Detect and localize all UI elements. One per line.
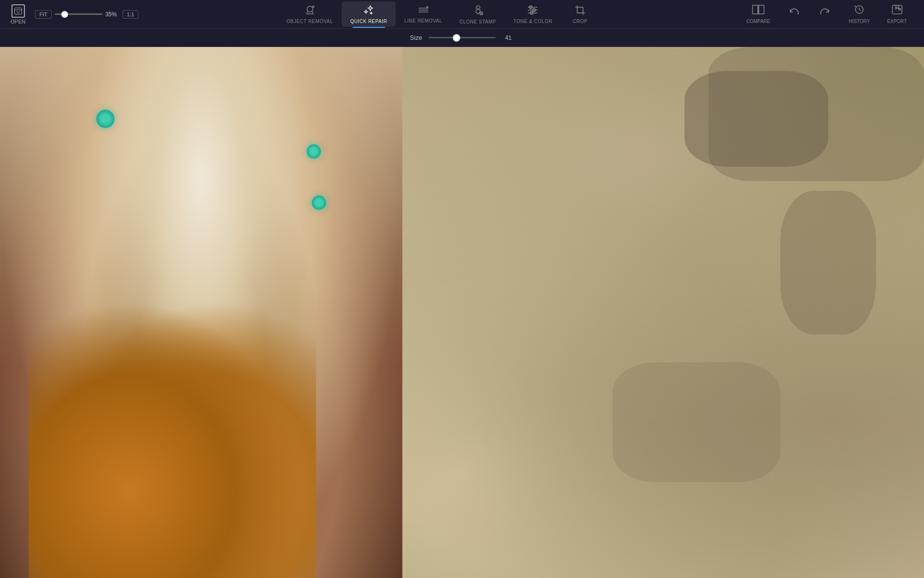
quick-repair-label: QUICK REPAIR (350, 19, 387, 24)
svg-point-18 (529, 6, 532, 9)
size-value: 41 (502, 35, 514, 41)
object-removal-icon (304, 4, 316, 17)
tone-color-icon (526, 4, 539, 17)
svg-rect-23 (753, 5, 758, 14)
export-button[interactable]: EXPORT (879, 1, 914, 27)
undo-icon (788, 8, 800, 21)
tool-clone-stamp[interactable]: CLONE STAMP (451, 1, 504, 27)
quick-repair-icon (363, 4, 375, 17)
open-label: OPEN (11, 19, 25, 24)
stone-patch-3 (780, 191, 876, 335)
tool-crop[interactable]: CROP (561, 1, 599, 27)
open-button[interactable]: OPEN (5, 4, 31, 24)
redo-icon (819, 8, 831, 21)
tool-line-removal[interactable]: LINE REMOVAL (396, 2, 451, 26)
compare-icon (752, 4, 764, 17)
zoom-100-button[interactable]: 1:1 (123, 10, 138, 19)
history-button[interactable]: HISTORY (841, 1, 878, 27)
object-removal-label: OBJECT REMOVAL (286, 19, 333, 24)
size-slider[interactable] (429, 37, 496, 38)
tone-color-label: TONE & COLOR (513, 19, 552, 24)
zoom-control: FIT 35% 1:1 (35, 10, 138, 19)
tool-quick-repair[interactable]: QUICK REPAIR (342, 1, 396, 27)
export-icon (891, 4, 903, 17)
zoom-slider[interactable] (55, 13, 103, 15)
svg-rect-22 (577, 7, 583, 13)
line-removal-icon (417, 5, 430, 17)
repair-dot-3[interactable] (312, 196, 326, 210)
image-area[interactable] (0, 47, 924, 578)
toolbar-right: COMPARE (739, 1, 919, 27)
stone-patch-4 (613, 362, 780, 482)
clone-stamp-icon (472, 4, 484, 18)
crop-icon (574, 4, 586, 17)
tool-group: OBJECT REMOVAL QUICK REPAIR (278, 1, 599, 27)
export-label: EXPORT (887, 19, 907, 24)
main-toolbar: OPEN FIT 35% 1:1 OBJECT REMOVAL (0, 0, 924, 29)
repair-dot-2[interactable] (307, 144, 321, 159)
line-removal-label: LINE REMOVAL (404, 18, 442, 23)
tool-object-removal[interactable]: OBJECT REMOVAL (278, 1, 342, 27)
crop-label: CROP (573, 19, 588, 24)
compare-label: COMPARE (746, 19, 770, 24)
redo-button[interactable] (810, 5, 839, 23)
open-icon (11, 4, 25, 18)
size-bar: Size 41 (0, 29, 924, 47)
history-label: HISTORY (849, 19, 870, 24)
tool-tone-color[interactable]: TONE & COLOR (505, 1, 561, 27)
size-label: Size (410, 34, 422, 41)
zoom-fit-label[interactable]: FIT (35, 10, 52, 19)
history-icon (854, 4, 865, 17)
stone-patch-2 (708, 47, 924, 181)
repair-dot-1[interactable] (96, 110, 114, 128)
cats-figure (29, 286, 316, 578)
undo-button[interactable] (780, 5, 809, 23)
svg-rect-24 (759, 5, 764, 14)
zoom-value: 35% (105, 11, 120, 18)
clone-stamp-label: CLONE STAMP (459, 19, 496, 24)
svg-point-19 (533, 9, 536, 12)
photo-child-area (0, 47, 402, 578)
svg-point-20 (530, 12, 533, 14)
compare-button[interactable]: COMPARE (739, 1, 778, 27)
